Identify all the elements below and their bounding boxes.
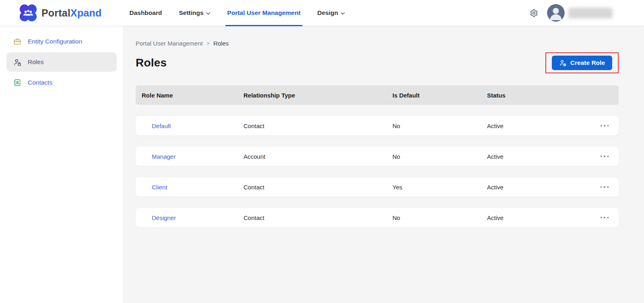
table-row: Designer Contact No Active xyxy=(136,208,619,227)
nav-label: Settings xyxy=(179,9,203,17)
sidebar-item-label: Contacts xyxy=(28,79,52,86)
sidebar-item-contacts[interactable]: Contacts xyxy=(6,73,117,92)
table-row: Default Contact No Active xyxy=(136,116,619,135)
chevron-down-icon xyxy=(341,12,345,15)
table-row: Client Contact Yes Active xyxy=(136,177,619,197)
nav-item-portal-user-management[interactable]: Portal User Management xyxy=(225,0,303,26)
create-role-label: Create Role xyxy=(570,59,605,66)
user-plus-icon xyxy=(559,59,567,67)
nav-item-design[interactable]: Design xyxy=(315,0,347,26)
cell-relationship-type: Contact xyxy=(244,122,392,129)
create-role-button[interactable]: Create Role xyxy=(552,56,612,70)
brand[interactable]: PortalXpand xyxy=(19,4,101,22)
row-actions-ellipsis-icon[interactable] xyxy=(600,122,610,129)
main-nav: Dashboard Settings Portal User Managemen… xyxy=(127,0,360,26)
cell-is-default: No xyxy=(392,214,487,221)
nav-label: Portal User Management xyxy=(227,9,301,17)
portalxpand-logo-icon xyxy=(19,4,37,22)
cell-status: Active xyxy=(487,122,584,129)
nav-item-dashboard[interactable]: Dashboard xyxy=(127,0,164,26)
address-book-icon xyxy=(13,79,21,87)
top-navbar: PortalXpand Dashboard Settings Portal Us… xyxy=(0,0,644,26)
breadcrumb-roles: Roles xyxy=(213,40,229,47)
roles-table: Role Name Relationship Type Is Default S… xyxy=(136,85,619,227)
sidebar-item-entity-configuration[interactable]: Entity Configuration xyxy=(6,32,117,51)
nav-item-settings[interactable]: Settings xyxy=(177,0,212,26)
breadcrumb-portal-user-management[interactable]: Portal User Management xyxy=(136,40,203,47)
nav-label: Design xyxy=(317,9,338,17)
cell-relationship-type: Contact xyxy=(244,214,392,221)
role-link-designer[interactable]: Designer xyxy=(152,214,176,221)
sidebar-item-label: Entity Configuration xyxy=(28,38,82,45)
column-header-role-name: Role Name xyxy=(142,92,244,99)
sidebar: Entity Configuration Roles xyxy=(0,26,124,303)
cell-status: Active xyxy=(487,214,584,221)
user-name-redacted xyxy=(568,8,613,19)
cell-is-default: No xyxy=(392,122,487,129)
role-link-client[interactable]: Client xyxy=(152,184,167,191)
sidebar-item-roles[interactable]: Roles xyxy=(6,52,117,72)
cell-is-default: No xyxy=(392,153,487,160)
settings-gear-icon[interactable] xyxy=(530,9,538,17)
table-row: Manager Account No Active xyxy=(136,147,619,166)
brand-name: PortalXpand xyxy=(41,7,101,19)
sidebar-item-label: Roles xyxy=(28,58,44,66)
topbar-actions xyxy=(530,4,613,22)
breadcrumb-separator: > xyxy=(206,40,210,47)
briefcase-icon xyxy=(13,37,21,46)
row-actions-ellipsis-icon[interactable] xyxy=(600,214,610,221)
role-link-default[interactable]: Default xyxy=(152,122,171,129)
nav-label: Dashboard xyxy=(129,9,162,17)
chevron-down-icon xyxy=(206,12,211,15)
user-lock-icon xyxy=(13,58,21,66)
page-title: Roles xyxy=(136,56,167,69)
row-actions-ellipsis-icon[interactable] xyxy=(600,184,610,190)
cell-status: Active xyxy=(487,153,584,160)
cell-relationship-type: Contact xyxy=(244,184,392,191)
cell-is-default: Yes xyxy=(392,184,487,191)
main-content: Portal User Management > Roles Roles xyxy=(124,26,644,303)
avatar[interactable] xyxy=(547,4,565,22)
user-menu[interactable] xyxy=(547,4,613,22)
row-actions-ellipsis-icon[interactable] xyxy=(600,153,610,160)
cell-status: Active xyxy=(487,184,584,191)
red-annotation-box: Create Role xyxy=(545,52,619,73)
column-header-relationship-type: Relationship Type xyxy=(244,92,392,99)
column-header-status: Status xyxy=(487,92,584,99)
breadcrumb: Portal User Management > Roles xyxy=(136,40,619,47)
role-link-manager[interactable]: Manager xyxy=(152,153,175,160)
table-header-row: Role Name Relationship Type Is Default S… xyxy=(136,85,619,105)
cell-relationship-type: Account xyxy=(244,153,392,160)
column-header-is-default: Is Default xyxy=(392,92,487,99)
